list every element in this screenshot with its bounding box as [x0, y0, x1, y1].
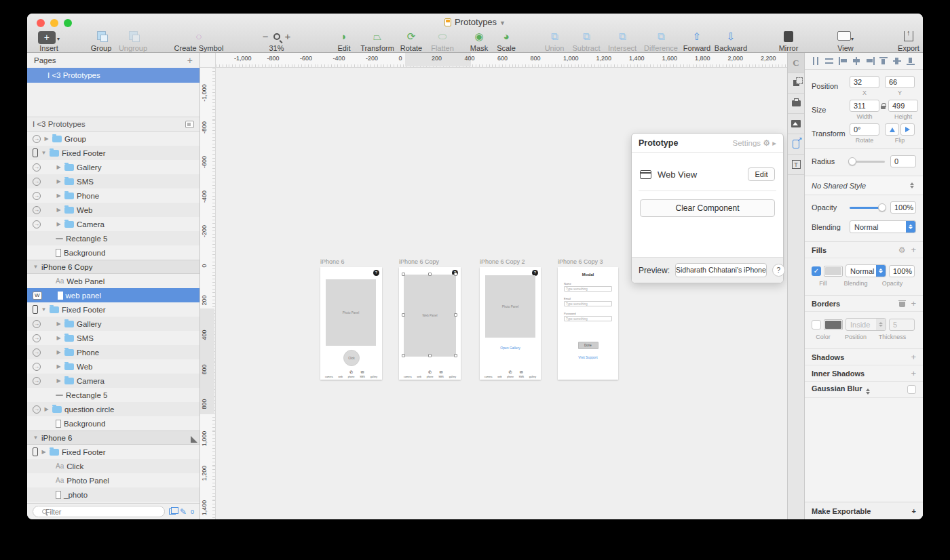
artboard-label[interactable]: iPhone 6 Copy 3 [558, 258, 603, 265]
help-button[interactable]: ? [772, 264, 785, 277]
layer-row[interactable]: ▼Fixed Footer [27, 302, 200, 317]
footer-item-camera[interactable]: camera [484, 369, 493, 378]
fill-enabled-checkbox[interactable]: ✓ [812, 266, 821, 276]
craft-prototype-icon[interactable] [788, 134, 804, 155]
vertical-ruler[interactable]: -1,000-800-600-400-20002004006008001,000… [200, 68, 216, 519]
disclosure-closed-icon[interactable]: ▶ [41, 449, 47, 455]
layer-row[interactable]: →▶Web [27, 203, 200, 217]
footer-item-sms[interactable]: ✉SMS [438, 369, 444, 378]
position-x-input[interactable]: 32 [850, 76, 879, 88]
artboard-iphone6-copy[interactable]: ? Web Panel cameraweb✆phone✉SMSgallery [399, 267, 461, 380]
disclosure-closed-icon[interactable]: ▶ [56, 193, 62, 199]
disclosure-open-icon[interactable]: ▼ [33, 264, 39, 270]
zoom-in-button[interactable]: + [285, 31, 291, 42]
disclosure-closed-icon[interactable]: ▶ [43, 136, 50, 142]
layer-row[interactable]: →▶Camera [27, 217, 200, 231]
mirror-button[interactable]: Mirror [775, 31, 802, 52]
align-center-h-icon[interactable] [852, 57, 861, 65]
export-button[interactable]: Export [894, 31, 923, 52]
footer-item-phone[interactable]: ✆phone [427, 369, 434, 378]
artboard-iphone6-copy2[interactable]: ? Photo Panel Open Gallery cameraweb✆pho… [480, 267, 541, 380]
flip-vertical-button[interactable] [900, 123, 915, 136]
blending-dropdown[interactable]: Normal [850, 220, 916, 233]
add-inner-shadow-button[interactable]: + [911, 368, 916, 378]
footer-item-camera[interactable]: camera [404, 369, 412, 378]
layer-row[interactable]: →▶Phone [27, 345, 200, 359]
flip-horizontal-button[interactable] [885, 123, 899, 136]
craft-logo-icon[interactable]: C [788, 53, 804, 73]
modal-field-name[interactable]: NameType something [564, 282, 612, 292]
craft-photos-icon[interactable] [788, 114, 804, 134]
footer-item-gallery[interactable]: gallery [449, 369, 456, 378]
forward-button[interactable]: ⇧Forward [680, 31, 714, 52]
size-width-input[interactable]: 311 [850, 100, 879, 112]
layer-row[interactable]: →▶Camera [27, 374, 200, 388]
edit-pencil-icon[interactable]: ✎ [180, 507, 187, 517]
edit-button[interactable]: ◗Edit [334, 31, 354, 52]
align-right-icon[interactable] [866, 57, 875, 65]
layer-row[interactable]: →▶Web [27, 359, 200, 374]
craft-duplicate-icon[interactable] [788, 73, 804, 94]
footer-item-sms[interactable]: ✉SMS [360, 369, 365, 378]
fill-color-swatch[interactable] [824, 266, 843, 277]
align-middle-icon[interactable] [893, 57, 902, 65]
lock-ratio-icon[interactable] [881, 103, 886, 109]
footer-item-gallery[interactable]: gallery [529, 369, 536, 378]
layer-row[interactable]: AaPhoto Panel [27, 473, 200, 487]
footer-item-phone[interactable]: ✆phone [507, 369, 514, 378]
footer-item-gallery[interactable]: gallery [370, 369, 377, 378]
layer-row[interactable]: _photo [27, 487, 200, 502]
artboard-iphone6[interactable]: ? Photo Panel Click cameraweb✆phone✉SMSg… [320, 267, 382, 380]
disclosure-closed-icon[interactable]: ▶ [56, 321, 62, 327]
radius-slider[interactable] [850, 161, 885, 163]
rotate-input[interactable]: 0° [850, 123, 879, 136]
group-button[interactable]: Group [87, 31, 115, 52]
layer-row-artboard[interactable]: ▼iPhone 6 [27, 431, 200, 445]
disclosure-closed-icon[interactable]: ▶ [56, 378, 62, 384]
footer-item-web[interactable]: web [338, 369, 342, 378]
layer-row[interactable]: Rectangle 5 [27, 388, 200, 402]
layer-row[interactable]: AaWeb Panel [27, 274, 200, 288]
footer-item-sms[interactable]: ✉SMS [519, 369, 525, 378]
scale-button[interactable]: ◕Scale [494, 31, 518, 52]
rotate-button[interactable]: ⟳Rotate [397, 31, 425, 52]
preview-device-button[interactable]: Sidharath Chhatani's iPhone [675, 263, 767, 277]
size-height-input[interactable]: 499 [888, 100, 918, 112]
blur-type-stepper[interactable] [866, 388, 870, 395]
footer-item-camera[interactable]: camera [325, 369, 333, 378]
add-page-button[interactable]: + [187, 55, 193, 66]
field-input[interactable]: Type something [564, 286, 612, 292]
make-exportable-button[interactable]: + [912, 507, 916, 515]
horizontal-ruler[interactable]: -1,000-800-600-400-20002004006008001,000… [216, 53, 787, 68]
layer-row[interactable]: AaClick [27, 459, 200, 473]
disclosure-closed-icon[interactable]: ▶ [56, 221, 62, 227]
filter-input[interactable] [33, 506, 165, 517]
align-left-icon[interactable] [839, 57, 848, 65]
delete-border-icon[interactable] [899, 300, 905, 307]
align-bottom-icon[interactable] [907, 57, 915, 65]
disclosure-closed-icon[interactable]: ▶ [56, 178, 62, 184]
add-shadow-button[interactable]: + [911, 352, 916, 362]
shared-style-dropdown[interactable]: No Shared Style [805, 176, 923, 195]
layer-row[interactable]: →▶Phone [27, 188, 200, 203]
edit-web-view-button[interactable]: Edit [748, 167, 775, 181]
craft-data-icon[interactable] [788, 94, 804, 114]
create-symbol-button[interactable]: ◌Create Symbol [170, 31, 228, 52]
canvas[interactable]: iPhone 6 ? Photo Panel Click cameraweb✆p… [216, 68, 787, 519]
web-panel-shape-selected[interactable]: Web Panel [404, 275, 456, 357]
opacity-slider[interactable] [850, 207, 885, 209]
layer-row[interactable]: →▶SMS [27, 174, 200, 188]
artboard-list-icon[interactable] [185, 121, 194, 128]
insert-button[interactable]: + ▾Insert [35, 31, 62, 52]
modal-field-password[interactable]: PasswordType something [564, 312, 612, 321]
layer-row[interactable]: Background [27, 245, 200, 260]
add-fill-button[interactable]: + [911, 245, 916, 255]
transform-button[interactable]: ⏢Transform [356, 31, 398, 52]
disclosure-open-icon[interactable]: ▼ [41, 150, 47, 156]
layer-row[interactable]: →▶Gallery [27, 160, 200, 174]
layer-row[interactable]: ▶Fixed Footer [27, 445, 200, 459]
opacity-input[interactable]: 100% [890, 201, 916, 214]
layer-row[interactable]: →▶Group [27, 132, 200, 146]
view-button[interactable]: ▾View [832, 31, 859, 52]
gaussian-blur-checkbox[interactable] [907, 385, 916, 394]
